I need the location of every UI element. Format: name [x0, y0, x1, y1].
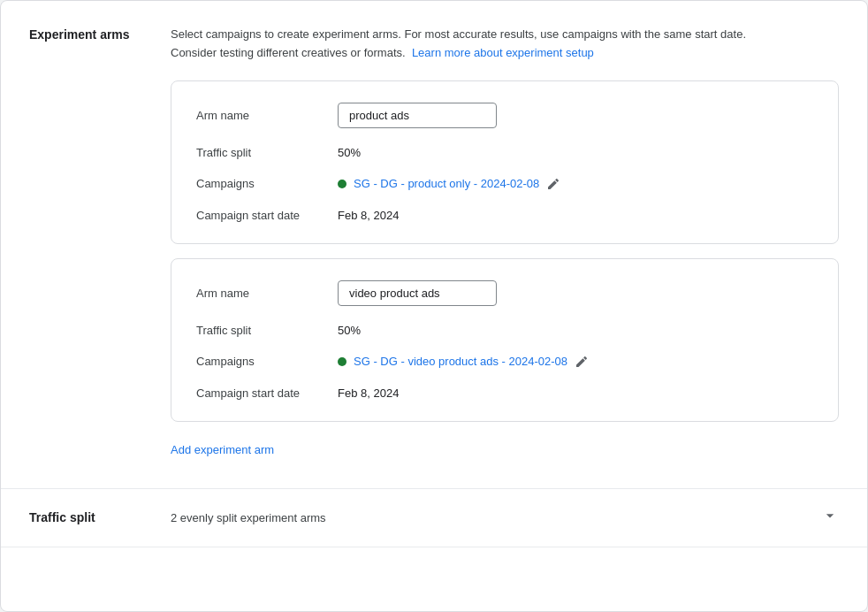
arm-1-campaigns-row: Campaigns SG - DG - product only - 2024-… [196, 177, 813, 191]
campaign-1-status-dot [338, 180, 346, 188]
campaign-2-link[interactable]: SG - DG - video product ads - 2024-02-08 [354, 355, 567, 368]
arm-1-name-input[interactable] [338, 103, 497, 128]
arm-1-start-date-value: Feb 8, 2024 [338, 209, 399, 222]
arm-2-traffic-value: 50% [338, 324, 361, 337]
arm-1-traffic-label: Traffic split [196, 146, 338, 159]
campaign-2-status-dot [338, 357, 346, 366]
arm-card-2: Arm name Traffic split 50% Campaigns SG … [171, 258, 839, 422]
arm-2-campaigns-label: Campaigns [196, 355, 338, 368]
arm-2-name-value [338, 280, 497, 306]
arm-2-name-label: Arm name [196, 287, 338, 300]
campaign-1-edit-icon[interactable] [546, 177, 560, 191]
section-content: Select campaigns to create experiment ar… [171, 26, 839, 463]
learn-more-link[interactable]: Learn more about experiment setup [412, 46, 594, 59]
campaign-2-edit-icon[interactable] [575, 355, 589, 369]
arm-2-start-date-value: Feb 8, 2024 [338, 386, 399, 400]
arm-1-name-label: Arm name [196, 109, 338, 122]
arm-2-traffic-label: Traffic split [196, 324, 338, 337]
traffic-split-label: Traffic split [29, 510, 171, 524]
arm-2-start-date-label: Campaign start date [196, 386, 338, 400]
arm-1-campaigns-value: SG - DG - product only - 2024-02-08 [338, 177, 560, 191]
arm-2-start-date-row: Campaign start date Feb 8, 2024 [196, 386, 813, 400]
arm-2-traffic-row: Traffic split 50% [196, 324, 813, 337]
arm-card-1: Arm name Traffic split 50% Campaigns SG … [171, 80, 839, 244]
arm-2-name-row: Arm name [196, 280, 813, 306]
traffic-split-value: 2 evenly split experiment arms [171, 511, 821, 524]
experiment-arms-section: Experiment arms Select campaigns to crea… [1, 1, 867, 489]
traffic-split-section: Traffic split 2 evenly split experiment … [1, 489, 867, 547]
arm-1-start-date-row: Campaign start date Feb 8, 2024 [196, 209, 813, 222]
arm-1-traffic-row: Traffic split 50% [196, 146, 813, 159]
section-description: Select campaigns to create experiment ar… [171, 26, 789, 63]
arm-1-name-row: Arm name [196, 103, 813, 128]
section-label: Experiment arms [29, 26, 171, 463]
arm-2-campaigns-row: Campaigns SG - DG - video product ads - … [196, 355, 813, 369]
add-experiment-arm-button[interactable]: Add experiment arm [171, 436, 274, 463]
campaign-1-link[interactable]: SG - DG - product only - 2024-02-08 [354, 177, 539, 190]
arm-2-name-input[interactable] [338, 280, 497, 306]
arm-2-campaigns-value: SG - DG - video product ads - 2024-02-08 [338, 355, 589, 369]
arm-1-traffic-value: 50% [338, 146, 361, 159]
arm-1-start-date-label: Campaign start date [196, 209, 338, 222]
arm-1-name-value [338, 103, 497, 128]
arm-1-campaigns-label: Campaigns [196, 177, 338, 190]
traffic-split-chevron-icon[interactable] [821, 507, 839, 529]
